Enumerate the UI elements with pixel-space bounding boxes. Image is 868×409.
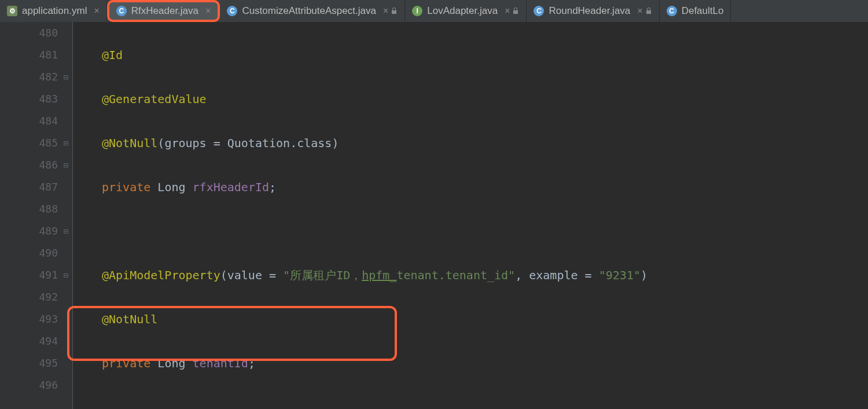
line-number: 492	[0, 286, 58, 308]
line-number: 482⊟	[0, 66, 58, 88]
fold-icon[interactable]: ⊟	[64, 132, 68, 154]
code-line: @Id	[102, 44, 868, 66]
lock-icon	[645, 8, 652, 14]
lock-icon	[512, 8, 519, 14]
close-icon[interactable]: ×	[505, 6, 510, 16]
java-interface-icon: I	[412, 6, 422, 16]
tab-label: RoundHeader.java	[549, 5, 630, 17]
code-line	[102, 396, 868, 409]
java-class-icon: C	[227, 6, 237, 16]
fold-icon[interactable]: ⊟	[64, 264, 68, 286]
code-line: @GeneratedValue	[102, 88, 868, 110]
line-number: 495	[0, 352, 58, 374]
line-number: 493	[0, 308, 58, 330]
code-line: @NotNull(groups = Quotation.class)	[102, 132, 868, 154]
close-icon[interactable]: ×	[637, 6, 642, 16]
line-number: 483	[0, 88, 58, 110]
line-number: 496	[0, 374, 58, 396]
line-number: 491⊟	[0, 264, 58, 286]
code-line: private Long tenantId;	[102, 352, 868, 374]
tab-label: application.yml	[22, 5, 87, 17]
tab-roundheader[interactable]: C RoundHeader.java ×	[527, 0, 659, 22]
line-number: 494	[0, 330, 58, 352]
close-icon[interactable]: ×	[94, 6, 99, 16]
tab-label: RfxHeader.java	[131, 5, 198, 17]
code-editor[interactable]: 480 481 482⊟ 483 484 485⊟ 486⊟ 487 488 4…	[0, 22, 868, 409]
tab-rfxheader[interactable]: C RfxHeader.java ×	[107, 0, 220, 22]
code-content[interactable]: @Id @GeneratedValue @NotNull(groups = Qu…	[73, 22, 868, 409]
close-icon[interactable]: ×	[205, 6, 211, 16]
fold-icon[interactable]: ⊟	[64, 220, 68, 242]
tab-label: CustomizeAttributeAspect.java	[242, 5, 376, 17]
close-icon[interactable]: ×	[383, 6, 388, 16]
lock-icon	[391, 8, 398, 14]
fold-icon[interactable]: ⊟	[64, 154, 68, 176]
tab-label: DefaultLo	[682, 5, 724, 17]
line-number: 480	[0, 22, 58, 44]
code-line: @ApiModelProperty(value = "所属租户ID，hpfm_t…	[102, 264, 868, 286]
line-number: 485⊟	[0, 132, 58, 154]
code-line	[102, 220, 868, 242]
line-number: 489⊟	[0, 220, 58, 242]
editor-tabs: ⚙ application.yml × C RfxHeader.java × C…	[0, 0, 868, 22]
java-class-icon: C	[534, 6, 544, 16]
tab-defaultlo[interactable]: C DefaultLo	[660, 0, 731, 22]
yml-icon: ⚙	[7, 6, 17, 16]
line-number: 484	[0, 110, 58, 132]
code-line: @NotNull	[102, 308, 868, 330]
line-number: 488	[0, 198, 58, 220]
line-number: 481	[0, 44, 58, 66]
line-number: 486⊟	[0, 154, 58, 176]
code-line: private Long rfxHeaderId;	[102, 176, 868, 198]
java-class-icon: C	[667, 6, 677, 16]
java-class-icon: C	[116, 6, 127, 16]
line-number: 490	[0, 242, 58, 264]
tab-application-yml[interactable]: ⚙ application.yml ×	[0, 0, 107, 22]
fold-icon[interactable]: ⊟	[64, 66, 68, 88]
line-number-gutter: 480 481 482⊟ 483 484 485⊟ 486⊟ 487 488 4…	[0, 22, 72, 409]
tab-customizeattributeaspect[interactable]: C CustomizeAttributeAspect.java ×	[220, 0, 405, 22]
tab-lovadapter[interactable]: I LovAdapter.java ×	[405, 0, 527, 22]
line-number: 487	[0, 176, 58, 198]
tab-label: LovAdapter.java	[427, 5, 498, 17]
